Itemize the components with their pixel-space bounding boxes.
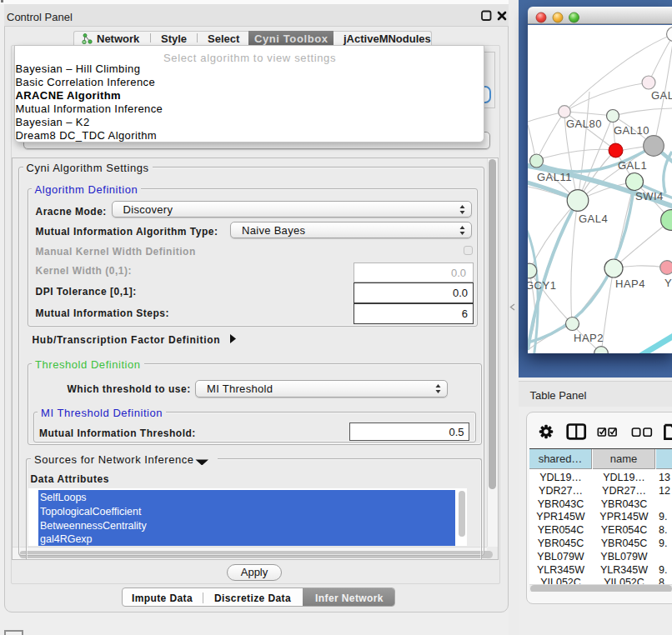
svg-text:GAL4: GAL4: [579, 212, 608, 225]
svg-text:GAL7: GAL7: [651, 89, 672, 102]
svg-text:GAL10: GAL10: [614, 124, 649, 137]
svg-text:SWI4: SWI4: [635, 190, 664, 202]
svg-text:GAL11: GAL11: [537, 171, 572, 183]
svg-text:HAP2: HAP2: [574, 332, 604, 344]
svg-text:Y: Y: [664, 277, 672, 289]
svg-text:GAL1: GAL1: [618, 159, 647, 172]
svg-text:GAL80: GAL80: [566, 118, 602, 130]
svg-text:GCY1: GCY1: [528, 279, 556, 292]
svg-text:HAP4: HAP4: [615, 278, 645, 290]
